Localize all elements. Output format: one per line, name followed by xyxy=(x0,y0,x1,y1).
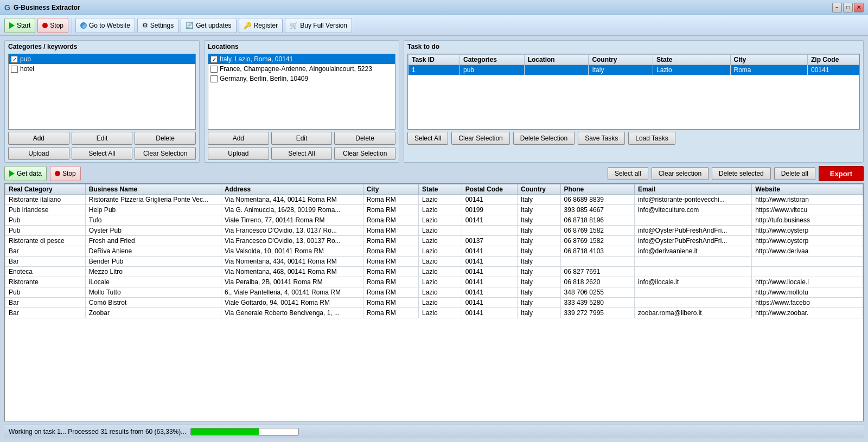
tasks-clear-selection-button[interactable]: Clear Selection xyxy=(451,132,509,145)
categories-content: pub hotel Add Edit Delete Upload Select … xyxy=(5,52,199,162)
toolbar: Start Stop Go to Website ⚙ Settings 🔄 Ge… xyxy=(0,15,868,36)
delete-all-button[interactable]: Delete all xyxy=(774,167,815,180)
categories-title: Categories / keywords xyxy=(5,41,199,52)
tasks-content: Task ID Categories Location Country Stat… xyxy=(404,52,863,147)
export-button[interactable]: Export xyxy=(819,166,864,181)
categories-edit-button[interactable]: Edit xyxy=(72,132,133,145)
app-title: G-Business Extractor xyxy=(14,4,80,11)
locations-add-button[interactable]: Add xyxy=(208,132,269,145)
col-country: Country xyxy=(589,55,653,65)
categories-add-button[interactable]: Add xyxy=(8,132,69,145)
status-text: Working on task 1... Processed 31 result… xyxy=(9,428,186,435)
location-checkbox-2[interactable] xyxy=(210,66,218,73)
col-address: Address xyxy=(221,184,363,195)
data-row-4[interactable]: Ristorante di pesceFresh and FriedVia Fr… xyxy=(5,236,863,246)
data-row-0[interactable]: Ristorante italianoRistorante Pizzeria G… xyxy=(5,195,863,205)
col-phone: Phone xyxy=(560,184,634,195)
location-item-3[interactable]: Germany, Berlin, Berlin, 10409 xyxy=(208,74,395,84)
data-row-6[interactable]: BarBender PubVia Nomentana, 434, 00141 R… xyxy=(5,257,863,267)
data-table-header: Real Category Business Name Address City… xyxy=(5,184,863,195)
location-item-2[interactable]: France, Champagne-Ardenne, Aingoulaincou… xyxy=(208,64,395,74)
tasks-select-all-button[interactable]: Select All xyxy=(407,132,448,145)
main-content: Categories / keywords pub hotel Add Edit… xyxy=(0,36,868,442)
globe-icon xyxy=(80,22,87,29)
categories-upload-button[interactable]: Upload xyxy=(8,147,69,160)
category-item-pub[interactable]: pub xyxy=(9,54,195,64)
col-state: State xyxy=(653,55,730,65)
tasks-delete-selection-button[interactable]: Delete Selection xyxy=(513,132,575,145)
data-row-7[interactable]: EnotecaMezzo LitroVia Nomentana, 468, 00… xyxy=(5,267,863,277)
location-checkbox-3[interactable] xyxy=(210,75,218,82)
stop-icon xyxy=(42,23,48,28)
col-real-category: Real Category xyxy=(5,184,86,195)
locations-select-all-button[interactable]: Select All xyxy=(271,147,333,160)
website-button[interactable]: Go to Website xyxy=(75,18,135,33)
col-location: Location xyxy=(524,55,589,65)
col-task-id: Task ID xyxy=(409,55,460,65)
location-checkbox-1[interactable] xyxy=(210,56,218,63)
col-business-name: Business Name xyxy=(85,184,221,195)
data-table-wrap[interactable]: Real Category Business Name Address City… xyxy=(4,183,864,421)
settings-button[interactable]: ⚙ Settings xyxy=(137,18,178,33)
data-row-9[interactable]: PubMollo Tutto6., Viale Pantelleria, 4, … xyxy=(5,287,863,298)
app-icon: G xyxy=(4,3,10,12)
data-row-2[interactable]: PubTufoViale Tirreno, 77, 00141 Roma RMR… xyxy=(5,215,863,226)
status-bar: Working on task 1... Processed 31 result… xyxy=(4,425,864,438)
updates-button[interactable]: 🔄 Get updates xyxy=(181,18,236,33)
tasks-btn-row: Select All Clear Selection Delete Select… xyxy=(407,132,860,145)
action-stop-button[interactable]: Stop xyxy=(50,166,81,181)
locations-btn-row-1: Add Edit Delete xyxy=(208,132,395,145)
buyfull-button[interactable]: 🛒 Buy Full Version xyxy=(285,18,352,33)
close-button[interactable]: ✕ xyxy=(854,3,864,12)
data-row-3[interactable]: PubOyster PubVia Francesco D'Ovidio, 13,… xyxy=(5,226,863,236)
locations-delete-button[interactable]: Delete xyxy=(334,132,395,145)
progress-bar-fill xyxy=(191,428,259,435)
col-postal-code: Postal Code xyxy=(462,184,517,195)
action-row: Get data Stop Select all Clear selection… xyxy=(4,166,864,181)
category-item-hotel[interactable]: hotel xyxy=(9,64,195,74)
categories-select-all-button[interactable]: Select All xyxy=(72,147,133,160)
register-button[interactable]: 🔑 Register xyxy=(239,18,283,33)
cart-icon: 🛒 xyxy=(290,22,298,29)
locations-title: Locations xyxy=(205,41,399,52)
categories-list[interactable]: pub hotel xyxy=(8,54,196,130)
delete-selected-button[interactable]: Delete selected xyxy=(712,167,771,180)
locations-clear-selection-button[interactable]: Clear Selection xyxy=(334,147,395,160)
locations-edit-button[interactable]: Edit xyxy=(271,132,333,145)
locations-list[interactable]: Italy, Lazio, Roma, 00141 France, Champa… xyxy=(208,54,395,130)
bottom-section: Get data Stop Select all Clear selection… xyxy=(4,166,864,421)
minimize-button[interactable]: − xyxy=(832,3,842,12)
start-button[interactable]: Start xyxy=(4,18,35,33)
categories-clear-selection-button[interactable]: Clear Selection xyxy=(135,147,196,160)
location-item-1[interactable]: Italy, Lazio, Roma, 00141 xyxy=(208,54,395,64)
tasks-save-button[interactable]: Save Tasks xyxy=(578,132,625,145)
data-row-5[interactable]: BarDeRiva AnieneVia Valsolda, 10, 00141 … xyxy=(5,246,863,257)
data-row-1[interactable]: Pub irlandeseHelp PubVia G. Animuccia, 1… xyxy=(5,205,863,215)
select-all-button[interactable]: Select all xyxy=(608,167,648,180)
title-bar-left: G G-Business Extractor xyxy=(4,3,80,12)
col-website: Website xyxy=(752,184,863,195)
data-row-10[interactable]: BarComò BistrotViale Gottardo, 94, 00141… xyxy=(5,298,863,308)
tasks-table-wrap[interactable]: Task ID Categories Location Country Stat… xyxy=(407,54,860,130)
get-data-button[interactable]: Get data xyxy=(4,166,47,181)
clear-selection-button[interactable]: Clear selection xyxy=(652,167,709,180)
col-categories: Categories xyxy=(459,55,524,65)
data-row-8[interactable]: RistoranteiLocaleVia Peralba, 2B, 00141 … xyxy=(5,277,863,287)
categories-panel: Categories / keywords pub hotel Add Edit… xyxy=(4,40,200,163)
data-row-11[interactable]: BarZoobarVia Generale Roberto Bencivenga… xyxy=(5,308,863,318)
progress-bar-bg xyxy=(190,428,299,435)
stop-button[interactable]: Stop xyxy=(37,18,68,33)
tasks-title: Task to do xyxy=(404,41,863,52)
maximize-button[interactable]: □ xyxy=(843,3,853,12)
tasks-load-button[interactable]: Load Tasks xyxy=(628,132,675,145)
locations-upload-button[interactable]: Upload xyxy=(208,147,269,160)
top-panels: Categories / keywords pub hotel Add Edit… xyxy=(4,40,864,163)
update-icon: 🔄 xyxy=(186,22,194,29)
play-icon xyxy=(9,22,15,29)
categories-delete-button[interactable]: Delete xyxy=(135,132,196,145)
tasks-table: Task ID Categories Location Country Stat… xyxy=(408,54,859,75)
task-row-1[interactable]: 1 pub Italy Lazio Roma 00141 xyxy=(409,65,859,75)
category-checkbox-pub[interactable] xyxy=(11,56,18,63)
locations-panel: Locations Italy, Lazio, Roma, 00141 Fran… xyxy=(204,40,399,163)
category-checkbox-hotel[interactable] xyxy=(11,66,18,73)
